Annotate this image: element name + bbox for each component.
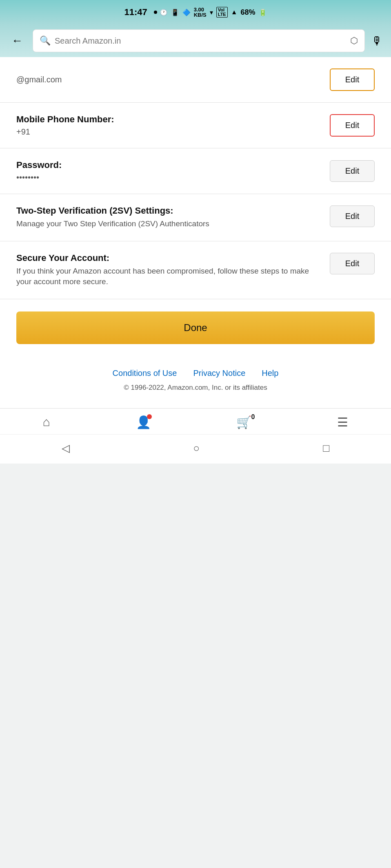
- search-bar[interactable]: 🔍 ⬡: [33, 29, 365, 52]
- nav-home[interactable]: ⌂: [43, 415, 50, 429]
- status-icons: 🕐 📳 🔷 3.00KB/S ▾ VolLTE ▲ 68% 🔋: [160, 7, 267, 18]
- privacy-link[interactable]: Privacy Notice: [193, 369, 245, 378]
- vibrate-icon: 📳: [171, 9, 179, 16]
- two-step-description: Manage your Two Step Verification (2SV) …: [16, 219, 322, 230]
- nav-profile[interactable]: 👤: [136, 415, 151, 429]
- footer: Conditions of Use Privacy Notice Help © …: [0, 356, 391, 400]
- password-value: ••••••••: [16, 173, 322, 182]
- android-home-button[interactable]: ○: [193, 442, 200, 455]
- done-btn-wrap: Done: [0, 299, 391, 356]
- status-dot: [154, 11, 157, 14]
- search-input[interactable]: [55, 36, 346, 46]
- secure-edit-button[interactable]: Edit: [330, 253, 375, 274]
- volte-icon: VolLTE: [216, 7, 228, 18]
- password-label: Password:: [16, 160, 322, 170]
- footer-links: Conditions of Use Privacy Notice Help: [16, 369, 375, 378]
- wifi-icon: ▾: [210, 9, 213, 16]
- battery-text: 68%: [241, 8, 255, 17]
- password-section-text: Password: ••••••••: [16, 160, 322, 182]
- nav-cart[interactable]: 🛒 0: [236, 415, 251, 429]
- profile-notification-dot: [147, 414, 152, 419]
- password-section: Password: •••••••• Edit: [0, 148, 391, 194]
- phone-label: Mobile Phone Number:: [16, 114, 322, 125]
- home-icon: ⌂: [43, 415, 50, 429]
- done-button[interactable]: Done: [16, 311, 375, 344]
- android-back-button[interactable]: ◁: [62, 442, 70, 455]
- android-nav: ◁ ○ □: [0, 434, 391, 464]
- two-step-edit-button[interactable]: Edit: [330, 205, 375, 227]
- email-edit-button[interactable]: Edit: [330, 68, 375, 91]
- two-step-section-text: Two-Step Verification (2SV) Settings: Ma…: [16, 205, 322, 230]
- alarm-icon: 🕐: [160, 9, 168, 16]
- status-time: 11:47: [124, 7, 147, 18]
- menu-icon: ☰: [337, 415, 348, 429]
- secure-section: Secure Your Account: If you think your A…: [0, 241, 391, 299]
- phone-edit-button[interactable]: Edit: [330, 114, 375, 137]
- cart-icon: 🛒: [236, 415, 251, 429]
- main-content: @gmail.com Edit Mobile Phone Number: +91…: [0, 57, 391, 464]
- email-section-text: @gmail.com: [16, 75, 322, 84]
- email-section: @gmail.com Edit: [0, 57, 391, 103]
- password-edit-button[interactable]: Edit: [330, 160, 375, 182]
- back-button[interactable]: ←: [8, 33, 26, 49]
- search-icon: 🔍: [40, 35, 51, 46]
- speed-indicator: 3.00KB/S: [194, 7, 207, 18]
- footer-copyright: © 1996-2022, Amazon.com, Inc. or its aff…: [16, 384, 375, 392]
- two-step-label: Two-Step Verification (2SV) Settings:: [16, 205, 322, 216]
- battery-icon: 🔋: [259, 9, 267, 16]
- signal-icon: ▲: [231, 9, 238, 16]
- nav-bar: ← 🔍 ⬡ 🎙: [0, 24, 391, 57]
- help-link[interactable]: Help: [262, 369, 278, 378]
- secure-label: Secure Your Account:: [16, 253, 322, 263]
- phone-section: Mobile Phone Number: +91 Edit: [0, 103, 391, 148]
- secure-description: If you think your Amazon account has bee…: [16, 266, 322, 287]
- cart-badge: 0: [251, 413, 255, 421]
- phone-value: +91: [16, 127, 322, 137]
- secure-section-text: Secure Your Account: If you think your A…: [16, 253, 322, 287]
- two-step-section: Two-Step Verification (2SV) Settings: Ma…: [0, 194, 391, 241]
- bottom-nav: ⌂ 👤 🛒 0 ☰: [0, 408, 391, 434]
- conditions-link[interactable]: Conditions of Use: [113, 369, 177, 378]
- android-recent-button[interactable]: □: [323, 442, 329, 455]
- mic-button[interactable]: 🎙: [371, 34, 383, 48]
- bluetooth-icon: 🔷: [182, 9, 191, 16]
- nav-menu[interactable]: ☰: [337, 415, 348, 429]
- camera-icon[interactable]: ⬡: [350, 35, 358, 46]
- status-bar: 11:47 🕐 📳 🔷 3.00KB/S ▾ VolLTE ▲ 68% 🔋: [0, 0, 391, 24]
- email-value: @gmail.com: [16, 75, 62, 84]
- phone-section-text: Mobile Phone Number: +91: [16, 114, 322, 137]
